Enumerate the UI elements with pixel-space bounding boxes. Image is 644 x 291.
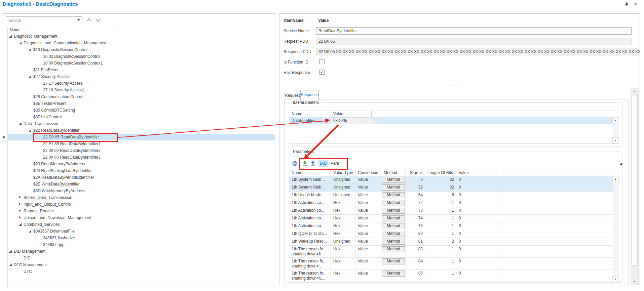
tree-item[interactable]: Combined_Services xyxy=(2,221,275,228)
service-name-field[interactable] xyxy=(316,27,632,35)
tree-item[interactable]: $2E WriteDataByIdentifier xyxy=(2,181,275,188)
method-button[interactable]: Method xyxy=(382,208,405,214)
parameter-row[interactable]: 1th The reason fo...shutting down>G...He… xyxy=(289,270,613,282)
method-button[interactable]: Method xyxy=(382,231,405,237)
panel-scroll-down-button[interactable]: ▼ xyxy=(632,279,637,284)
tree-item[interactable]: $343637 DownloadFile xyxy=(2,228,275,235)
tree-item[interactable]: DID xyxy=(2,255,275,261)
parameters-scrollbar[interactable] xyxy=(613,176,619,282)
method-button[interactable]: Method xyxy=(382,200,405,206)
panel-scrollbar[interactable]: ▲ ▼ xyxy=(631,88,639,285)
tree-item[interactable]: Remote_Routine xyxy=(2,208,275,214)
parameter-row[interactable]: 1th System Glob...UnsignedValueMethod032… xyxy=(289,176,613,184)
tree-item[interactable]: Data_Transmission xyxy=(2,120,275,127)
tree-item[interactable]: $28 Communication Control xyxy=(2,93,275,100)
expanded-arrow-icon[interactable] xyxy=(29,48,31,51)
tree-item[interactable]: $2A ReadDataByPeriodicidentifier xyxy=(2,174,275,181)
splitter-handle[interactable]: ······· xyxy=(438,82,475,87)
col-value-type[interactable]: Value Type xyxy=(331,169,355,176)
idp-col-value[interactable]: Value xyxy=(331,111,372,117)
close-icon[interactable]: ✕ xyxy=(634,1,638,7)
parameter-row[interactable]: 1th System Glob...UnsignedValueMethod323… xyxy=(289,184,613,192)
tree-item[interactable]: $3E TesterPresent xyxy=(2,100,275,107)
parameters-scroll-down-button[interactable]: ▼ xyxy=(612,276,619,282)
tree-item[interactable]: $24 ReadScalingDataByIdentifier xyxy=(2,167,275,174)
tree-item[interactable]: DID Management xyxy=(2,248,275,255)
parameter-row[interactable]: 1th The reason fo...shutting down>...Hex… xyxy=(289,258,613,270)
col-startbit[interactable]: Startbit xyxy=(406,169,425,176)
tree-item[interactable]: Diagnostic_and_Communication_Management xyxy=(2,40,275,46)
tree-item[interactable]: 22 00 00 ReadDataByIdentifier3 xyxy=(2,154,275,161)
id-parameter-row[interactable]: DataIdentifier 0xD005 xyxy=(289,117,613,124)
tree-item[interactable]: $11 EcuReset xyxy=(2,67,275,73)
tree-item[interactable]: 27 17 Security Access xyxy=(2,80,275,87)
tree-item[interactable]: $87 LinkControl xyxy=(2,114,275,120)
parameter-row[interactable]: 1th System test s...HexValueMethod8810 xyxy=(289,282,613,282)
pin-icon[interactable] xyxy=(624,2,629,8)
tree-item[interactable]: Upload_and_Download_Management xyxy=(2,214,275,221)
tab-request[interactable]: Request xyxy=(285,92,300,99)
parameter-row[interactable]: 1th Activation co...HexValueMethod7210 xyxy=(289,199,613,207)
parameter-row[interactable]: 1th Activation co...HexValueMethod7410 xyxy=(289,215,613,222)
parameter-row[interactable]: 1th Wakeup Reso...UnsignedValueMethod812… xyxy=(289,238,613,246)
expanded-arrow-icon[interactable] xyxy=(9,250,12,253)
tree-item[interactable]: 22 00 00 ReadDataByIdentifier2 xyxy=(2,147,275,154)
method-button[interactable]: Method xyxy=(382,239,405,245)
has-response-checkbox[interactable]: ✓ xyxy=(319,70,325,75)
tree-item[interactable]: $10 DiagnosticSessionControl xyxy=(2,46,275,53)
tree-item[interactable]: Diagnostic Management xyxy=(2,33,275,40)
parameter-row[interactable]: 1th QCM DTC sta...HexValueMethod8010 xyxy=(289,230,613,238)
col-name[interactable]: Name xyxy=(289,169,331,176)
search-prev-button[interactable] xyxy=(87,19,91,23)
expanded-arrow-icon[interactable] xyxy=(19,122,22,125)
parameter-row[interactable]: 1th Usage Mode...UnsignedValueMethod6480 xyxy=(289,192,613,199)
tree-item[interactable]: Input_and_Output_Control xyxy=(2,201,275,208)
expanded-arrow-icon[interactable] xyxy=(19,223,22,226)
method-button[interactable]: Method xyxy=(382,223,405,229)
dropdown-arrow-icon[interactable] xyxy=(77,19,80,21)
collapsed-arrow-icon[interactable] xyxy=(19,196,21,199)
id-parameters-table-header[interactable]: Name Value xyxy=(289,111,613,118)
parameters-scroll-up-button[interactable]: ▲ xyxy=(612,176,619,182)
service-name-input[interactable] xyxy=(318,28,629,34)
col-length-of-bits[interactable]: Length Of Bits xyxy=(425,169,456,176)
panel-scrollbar-thumb[interactable] xyxy=(632,95,638,265)
parameter-row[interactable]: 1th The reason fo...shutting down>K...He… xyxy=(289,246,613,258)
response-pdu-field[interactable]: 62 D0 05 XX XX XX XX XX XX XX XX XX XX X… xyxy=(316,48,640,55)
idp-scroll-up-button[interactable]: ▲ xyxy=(612,117,619,123)
method-button[interactable]: Method xyxy=(382,246,405,252)
expanded-arrow-icon[interactable] xyxy=(29,129,31,132)
tree-item[interactable]: 10 00 DiagnosticSessionControl1 xyxy=(2,60,275,67)
tree-item[interactable]: $27 Security Access xyxy=(2,73,275,80)
tab-response[interactable]: Response xyxy=(300,90,319,100)
tree-item[interactable]: Stored_Data_Transmission xyxy=(2,194,275,201)
parameters-table-header[interactable]: Name Value Type Conversion Method Startb… xyxy=(289,169,613,176)
expanded-arrow-icon[interactable] xyxy=(29,230,31,233)
search-input[interactable] xyxy=(8,17,75,24)
expanded-arrow-icon[interactable] xyxy=(9,35,12,38)
id-parameter-value-cell[interactable]: 0xD005 xyxy=(331,118,373,124)
collapsed-arrow-icon[interactable] xyxy=(19,203,21,205)
method-button[interactable]: Method xyxy=(382,258,405,264)
parameter-row[interactable]: 1th Activation co...HexValueMethod7310 xyxy=(289,207,613,215)
method-button[interactable]: Method xyxy=(382,271,405,277)
idp-scroll-down-button[interactable]: ▼ xyxy=(612,137,619,143)
col-value[interactable]: Value xyxy=(456,169,496,176)
method-button[interactable]: Method xyxy=(382,184,405,191)
col-conversion[interactable]: Conversion xyxy=(355,169,381,176)
expanded-arrow-icon[interactable] xyxy=(19,42,22,44)
idp-col-name[interactable]: Name xyxy=(289,111,331,117)
request-pdu-field[interactable]: 22 D0 05 xyxy=(316,38,632,45)
search-next-button[interactable] xyxy=(97,18,100,22)
method-button[interactable]: Method xyxy=(382,192,405,198)
col-method[interactable]: Method xyxy=(381,169,406,176)
method-button[interactable]: Method xyxy=(382,177,405,183)
parameter-row[interactable]: 1th Activation co...HexValueMethod7510 xyxy=(289,222,613,230)
tree-item[interactable]: DTC xyxy=(2,268,275,275)
tree-item[interactable]: 10 02 DiagnosticSessionControl xyxy=(2,53,275,60)
method-button[interactable]: Method xyxy=(382,215,405,221)
tree-item[interactable]: 343637 app xyxy=(2,241,275,248)
refresh-icon[interactable] xyxy=(292,161,298,166)
collapsed-arrow-icon[interactable] xyxy=(19,209,21,212)
tree-column-header[interactable]: Name xyxy=(2,27,276,33)
